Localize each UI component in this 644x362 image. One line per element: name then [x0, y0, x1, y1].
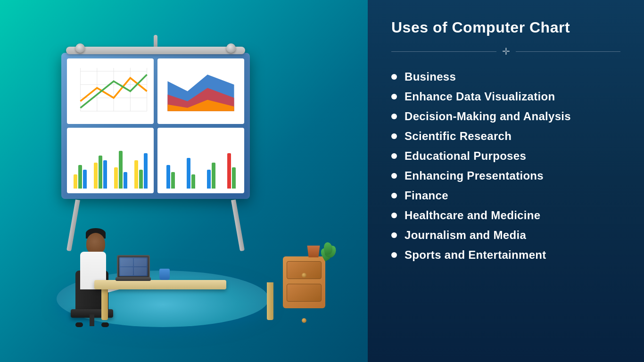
item-label-4: Educational Purposes	[405, 149, 526, 163]
laptop-mini-chart-3	[120, 267, 133, 275]
laptop-mini-chart-4	[134, 267, 147, 275]
bullet-1	[391, 94, 397, 99]
item-label-1: Enhance Data Visualization	[405, 90, 555, 103]
board-knob-left	[75, 43, 85, 53]
laptop-screen-inner	[119, 257, 148, 276]
left-panel	[0, 0, 368, 362]
divider-icon: ✛	[502, 46, 510, 57]
area-chart-svg	[160, 61, 241, 121]
chair-wheel-right	[101, 322, 109, 327]
list-item: Business	[391, 68, 620, 85]
line-chart-svg	[70, 61, 151, 121]
line-chart-cell	[67, 58, 154, 124]
board-top-bar	[66, 47, 245, 54]
desk	[94, 280, 226, 289]
items-list: Business Enhance Data Visualization Deci…	[391, 68, 620, 263]
item-label-2: Decision-Making and Analysis	[405, 110, 571, 123]
item-label-3: Scientific Research	[405, 130, 512, 143]
cabinet-knob-2	[302, 318, 306, 323]
item-label-5: Enhancing Presentations	[405, 169, 544, 182]
person-head	[86, 233, 105, 254]
list-item: Scientific Research	[391, 128, 620, 145]
divider-line-left	[391, 51, 496, 52]
desk-leg-right	[267, 282, 273, 320]
laptop-mini-chart-1	[120, 258, 133, 266]
chair-wheel-left	[75, 322, 83, 327]
list-item: Sports and Entertainment	[391, 247, 620, 263]
cabinet-drawer-1	[287, 261, 322, 279]
bullet-9	[391, 252, 397, 258]
list-item: Enhance Data Visualization	[391, 88, 620, 105]
list-item: Journalism and Media	[391, 227, 620, 244]
laptop-screen	[117, 255, 150, 279]
scene	[24, 21, 344, 341]
right-panel: Uses of Computer Chart ✛ Business Enhanc…	[368, 0, 644, 362]
cabinet-knob-1	[302, 273, 306, 278]
mug	[159, 269, 170, 280]
laptop-mini-chart-2	[134, 258, 147, 266]
cabinet	[283, 256, 325, 308]
list-item: Educational Purposes	[391, 148, 620, 165]
list-item: Decision-Making and Analysis	[391, 108, 620, 125]
bullet-8	[391, 232, 397, 238]
page-title: Uses of Computer Chart	[391, 19, 620, 36]
plant-pot	[306, 246, 321, 257]
divider: ✛	[391, 46, 620, 57]
cabinet-body	[283, 256, 325, 308]
bullet-0	[391, 74, 397, 80]
item-label-7: Healthcare and Medicine	[405, 209, 540, 222]
bullet-7	[391, 213, 397, 218]
list-item: Finance	[391, 187, 620, 204]
item-label-8: Journalism and Media	[405, 229, 526, 242]
bullet-5	[391, 173, 397, 179]
divider-line-right	[516, 51, 621, 52]
bullet-2	[391, 114, 397, 119]
laptop-base	[116, 277, 151, 281]
item-label-6: Finance	[405, 189, 448, 202]
bullet-4	[391, 153, 397, 159]
area-chart-cell	[157, 58, 244, 124]
item-label-9: Sports and Entertainment	[405, 248, 546, 262]
item-label-0: Business	[405, 70, 456, 83]
cabinet-drawer-2	[287, 284, 322, 302]
chair-base	[90, 314, 94, 326]
bullet-3	[391, 133, 397, 139]
list-item: Enhancing Presentations	[391, 167, 620, 184]
bullet-6	[391, 193, 397, 198]
board-knob-right	[226, 43, 236, 53]
list-item: Healthcare and Medicine	[391, 207, 620, 224]
desk-scene	[33, 129, 335, 327]
